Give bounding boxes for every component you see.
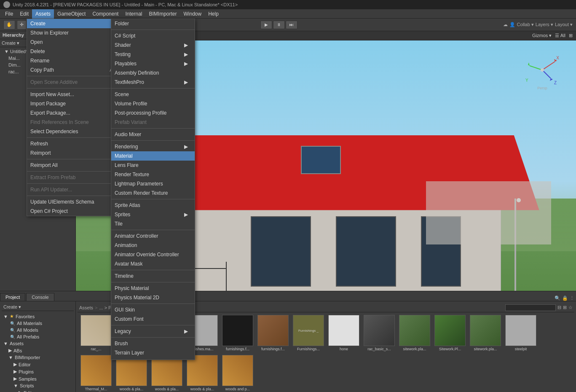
physics-material-2d-item[interactable]: Physics Material 2D — [111, 293, 195, 302]
menu-assets[interactable]: Assets — [32, 9, 54, 19]
asset-item-item6[interactable]: furnishings.f... — [256, 314, 290, 352]
avatar-mask-item[interactable]: Avatar Mask — [111, 259, 195, 268]
project-create-btn[interactable]: Create ▾ — [3, 304, 21, 309]
assets-breadcrumb[interactable]: Assets — [79, 305, 93, 310]
all-layers-btn[interactable]: ☰ All — [555, 33, 565, 38]
menu-bar: File Edit Assets GameObject Component In… — [0, 9, 576, 19]
menu-help[interactable]: Help — [205, 9, 222, 19]
asset-label-item17: woods & pla... — [190, 387, 214, 392]
textmeshpro-item[interactable]: TextMeshPro ▶ — [111, 78, 195, 87]
svg-marker-5 — [528, 62, 530, 66]
assets-label: Assets — [10, 341, 24, 346]
asset-item-item11[interactable]: Sitework.Pl... — [433, 314, 467, 352]
brush-item[interactable]: Brush — [111, 339, 195, 348]
rendering-arrow: ▶ — [184, 144, 188, 150]
gui-skin-item[interactable]: GUI Skin — [111, 305, 195, 314]
render-texture-item[interactable]: Render Texture — [111, 170, 195, 179]
menu-window[interactable]: Window — [180, 9, 205, 19]
step-button[interactable]: ⏭ — [286, 21, 297, 29]
menu-edit[interactable]: Edit — [16, 9, 32, 19]
physic-divider — [111, 282, 195, 282]
asset-item-item8[interactable]: hone — [327, 314, 361, 352]
bimimporter-item[interactable]: ▼ BIMImporter — [7, 354, 74, 361]
testing-item[interactable]: Testing ▶ — [111, 50, 195, 59]
animator-controller-item[interactable]: Animator Controller — [111, 231, 195, 241]
sprite-atlas-item[interactable]: Sprite Atlas — [111, 201, 195, 210]
all-prefabs-item[interactable]: 🔍 All Prefabs — [8, 333, 74, 340]
csharp-script-item[interactable]: C# Script — [111, 31, 195, 40]
asset-label-item13: steelpit — [515, 347, 527, 352]
playables-item[interactable]: Playables ▶ — [111, 59, 195, 68]
viewport-maximize-btn[interactable]: ⊞ — [569, 33, 573, 38]
physic-material-item[interactable]: Physic Material — [111, 284, 195, 293]
custom-render-texture-item[interactable]: Custom Render Texture — [111, 188, 195, 198]
shader-item[interactable]: Shader ▶ — [111, 40, 195, 50]
scripts-editor-item[interactable]: ▶ Editor — [17, 389, 74, 392]
custom-font-item[interactable]: Custom Font — [111, 314, 195, 324]
tab-console[interactable]: Console — [26, 293, 54, 301]
audio-mixer-item[interactable]: Audio Mixer — [111, 130, 195, 139]
favorites-section[interactable]: ▼ ★ Favorites — [2, 313, 74, 320]
persp-label: Persp — [525, 86, 559, 90]
roof-skylight — [301, 146, 341, 174]
abs-item[interactable]: ▶ ABs — [7, 347, 74, 354]
asset-item-item9[interactable]: rac_basic_s... — [362, 314, 396, 352]
menu-file[interactable]: File — [2, 9, 16, 19]
tab-project[interactable]: Project — [0, 293, 25, 301]
hierarchy-create-btn[interactable]: Create ▾ — [2, 40, 19, 46]
menu-internal[interactable]: Internal — [122, 9, 145, 19]
editor-item[interactable]: ▶ Editor — [12, 361, 74, 368]
assembly-def-item[interactable]: Assembly Definition — [111, 68, 195, 78]
project-search-input[interactable] — [505, 304, 556, 311]
post-processing-item[interactable]: Post-processing Profile — [111, 108, 195, 118]
audio-divider — [111, 128, 195, 129]
lens-flare-item[interactable]: Lens Flare — [111, 161, 195, 170]
asset-item-item13[interactable]: steelpit — [504, 314, 538, 352]
toolbar-move-btn[interactable]: ✛ — [17, 20, 27, 30]
rendering-item[interactable]: Rendering ▶ — [111, 142, 195, 151]
gui-divider — [111, 303, 195, 304]
menu-gameobject[interactable]: GameObject — [54, 9, 89, 19]
legacy-item[interactable]: Legacy ▶ — [111, 327, 195, 336]
animator-override-item[interactable]: Animator Override Controller — [111, 250, 195, 259]
gizmos-btn[interactable]: Gizmos ▾ — [532, 33, 552, 38]
toolbar-hand-btn[interactable]: ✋ — [3, 20, 15, 30]
asset-item-item7[interactable]: Furnishings _Furnishings... — [292, 314, 325, 352]
all-materials-item[interactable]: 🔍 All Materials — [8, 320, 74, 327]
lightmap-params-item[interactable]: Lightmap Parameters — [111, 179, 195, 188]
menu-component[interactable]: Component — [89, 9, 122, 19]
scene-item[interactable]: Scene — [111, 90, 195, 99]
samples-item[interactable]: ▶ Samples — [12, 375, 74, 382]
terrain-layer-item[interactable]: Terrain Layer — [111, 348, 195, 357]
svg-marker-3 — [550, 78, 553, 81]
scripts-item[interactable]: ▼ Scripts — [12, 382, 74, 389]
all-models-item[interactable]: 🔍 All Models — [8, 327, 74, 333]
search-icon: 🔍 — [10, 321, 15, 326]
menu-bimimporter[interactable]: BIMImporter — [145, 9, 180, 19]
asset-item-item5[interactable]: furnishings.f... — [221, 314, 255, 352]
scripts-editor-label: Editor — [24, 390, 36, 392]
asset-item-item18[interactable]: woods and p... — [221, 354, 255, 392]
timeline-item[interactable]: Timeline — [111, 271, 195, 281]
window-middle — [336, 216, 396, 287]
scripts-arrow: ▼ — [13, 383, 18, 388]
asset-item-item10[interactable]: sitework.pla... — [398, 314, 431, 352]
sprites-item[interactable]: Sprites ▶ — [111, 210, 195, 219]
bimimporter-arrow: ▼ — [8, 355, 13, 360]
asset-item-item14[interactable]: Thermal_M... — [79, 354, 113, 392]
play-button[interactable]: ▶ — [260, 21, 272, 29]
editor-arrow: ▶ — [13, 362, 17, 367]
pause-button[interactable]: ⏸ — [273, 21, 285, 29]
assets-section[interactable]: ▼ Assets — [2, 340, 74, 347]
material-item[interactable]: Material — [111, 151, 195, 161]
asset-item-item12[interactable]: sitework.pla... — [469, 314, 502, 352]
asset-item-item1[interactable]: rac_... — [79, 314, 113, 352]
tile-item[interactable]: Tile — [111, 219, 195, 228]
legacy-arrow: ▶ — [184, 328, 188, 334]
volume-profile-item[interactable]: Volume Profile — [111, 99, 195, 108]
plugins-item[interactable]: ▶ Plugins — [12, 368, 74, 375]
animation-item[interactable]: Animation — [111, 241, 195, 250]
folder-item[interactable]: Folder — [111, 19, 195, 28]
favorites-star-icon: ★ — [10, 314, 14, 319]
y-axis-label: Y — [525, 78, 528, 83]
